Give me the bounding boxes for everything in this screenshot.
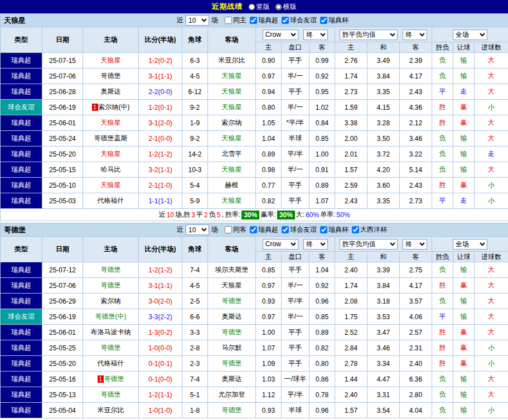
away-team-cell[interactable]: 天狼星 [208,131,256,146]
avg-home-cell: 2.00 [335,131,367,146]
home-team-cell[interactable]: 哈马比 [83,162,139,178]
col-home: 主场 [83,27,139,53]
home-team-cell[interactable]: 天狼星 [83,53,139,69]
home-team-cell[interactable]: 代格福什 [83,193,139,209]
filter-checkbox[interactable] [320,226,327,233]
avg-state-select[interactable]: 终 [403,30,427,40]
match-date-cell: 25-06-01 [42,115,83,131]
home-team-cell[interactable]: 哥德堡 [83,387,139,403]
away-team-cell[interactable]: 哥德堡 [208,356,256,372]
filter-label: 球会友谊 [290,225,317,235]
filter-option[interactable]: 瑞典超 [250,16,278,25]
layout-horizontal-option[interactable]: 横版 [275,2,297,12]
odds-home-cell: 0.82 [256,193,282,209]
odds-home-cell: 1.03 [256,372,282,387]
home-team-cell[interactable]: 哥德堡 [83,340,139,356]
home-team-cell[interactable]: 哥德堡盖斯 [83,131,139,146]
away-team-cell[interactable]: 天狼星 [208,69,256,84]
avg-draw-cell: 3.39 [367,262,400,278]
scope-select[interactable]: 全场 [453,239,487,250]
home-team-cell[interactable]: 天狼星 [83,115,139,131]
table-header-row: 类型 日期 主场 比分(半场) 角球 客场 Crow 终 胜平负均值 终 全场 [1,237,508,252]
layout-vertical-option[interactable]: 竖版 [249,2,270,12]
bookmaker-select[interactable]: Crow [263,239,298,250]
away-team-cell[interactable]: 北雪平 [208,146,256,162]
corners-cell: 4-5 [182,278,208,294]
away-team-cell[interactable]: 尤尔加登 [208,387,256,403]
match-row: 瑞典超25-06-01天狼星3-1(2-0)1-9索尔纳1.05*平/半0.84… [1,115,508,131]
result-cell: 胜 [432,325,453,340]
filter-option[interactable]: 球会友谊 [282,16,317,25]
result-cell: 负 [432,387,453,403]
filter-checkbox[interactable] [282,17,289,24]
away-team-cell[interactable]: 奥斯达 [208,309,256,325]
summary-text: 2 [204,211,208,219]
home-team-name: 索尔纳(中) [99,103,130,111]
match-count-select[interactable]: 10 [186,224,209,235]
away-team-cell[interactable]: 索尔纳 [208,115,256,131]
home-team-cell[interactable]: 1哥德堡 [83,372,139,387]
home-team-cell[interactable]: 代格福什 [83,356,139,372]
home-team-cell[interactable]: 索尔纳 [83,294,139,309]
away-team-cell[interactable]: 哥德堡 [208,294,256,309]
home-team-cell[interactable]: 哥德堡(中) [83,309,139,325]
filter-checkbox[interactable] [320,17,327,24]
filter-checkbox[interactable] [282,226,289,233]
away-team-cell[interactable]: 哥德堡 [208,403,256,418]
home-team-cell[interactable]: 米亚尔比 [83,403,139,418]
avg-draw-cell: 3.34 [367,356,400,372]
filter-option[interactable]: 瑞典杯 [320,16,349,25]
bookmaker-select[interactable]: Crow [263,30,298,40]
layout-vertical-radio[interactable] [249,4,255,10]
home-team-cell[interactable]: 布洛马波卡纳 [83,325,139,340]
away-team-cell[interactable]: 哥德堡 [208,325,256,340]
result-cell: 胜 [432,278,453,294]
filter-checkbox[interactable] [250,17,257,24]
odds-away-cell: 0.80 [309,356,335,372]
score-cell: 3-1(1-1) [139,278,182,294]
home-team-name: 哥德堡 [104,375,124,383]
home-team-cell[interactable]: 天狼星 [83,178,139,193]
away-team-cell[interactable]: 天狼星 [208,278,256,294]
filter-option[interactable]: 球会友谊 [282,225,317,235]
filter-option[interactable]: 瑞典超 [250,225,278,235]
odds-state-select[interactable]: 终 [303,239,328,250]
scope-select[interactable]: 全场 [453,30,487,40]
avg-type-select[interactable]: 胜平负均值 [340,30,398,40]
filter-option[interactable]: 同主 [225,16,246,25]
col-goals: 进球数 [475,252,508,262]
away-team-cell[interactable]: 天狼星 [208,84,256,100]
filter-checkbox[interactable] [225,17,232,24]
away-team-cell[interactable]: 米亚尔比 [208,53,256,69]
home-team-cell[interactable]: 天狼星 [83,146,139,162]
odds-away-cell: 0.92 [309,69,335,84]
filter-option[interactable]: 大西洋杯 [352,225,387,235]
handicap-line-cell: 平手 [282,262,309,278]
away-team-cell[interactable]: 天狼星 [208,100,256,115]
home-team-cell[interactable]: 哥德堡 [83,262,139,278]
filter-checkbox[interactable] [250,226,257,233]
home-team-cell[interactable]: 1索尔纳(中) [83,100,139,115]
result-cell: 胜 [432,178,453,193]
away-team-cell[interactable]: 赫根 [208,178,256,193]
odds-state-select[interactable]: 终 [303,30,328,40]
avg-state-select[interactable]: 终 [403,239,427,250]
home-team-cell[interactable]: 哥德堡 [83,69,139,84]
filter-option[interactable]: 瑞典杯 [320,225,349,235]
away-team-cell[interactable]: 天狼星 [208,162,256,178]
odds-home-cell: 1.07 [256,340,282,356]
away-team-cell[interactable]: 天狼星 [208,193,256,209]
layout-horizontal-radio[interactable] [275,4,282,10]
away-team-cell[interactable]: 马尔默 [208,340,256,356]
match-count-select[interactable]: 10 [186,15,209,26]
result-cell: 胜 [432,356,453,372]
avg-type-select[interactable]: 胜平负均值 [340,239,398,250]
filter-checkbox[interactable] [225,226,232,233]
home-team-cell[interactable]: 奥斯达 [83,84,139,100]
away-team-cell[interactable]: 埃尔夫斯堡 [208,262,256,278]
handicap-result-cell: 赢 [453,325,475,340]
filter-checkbox[interactable] [352,226,359,233]
away-team-cell[interactable]: 奥斯达 [208,372,256,387]
home-team-cell[interactable]: 哥德堡 [83,278,139,294]
filter-option[interactable]: 同客 [225,225,246,235]
